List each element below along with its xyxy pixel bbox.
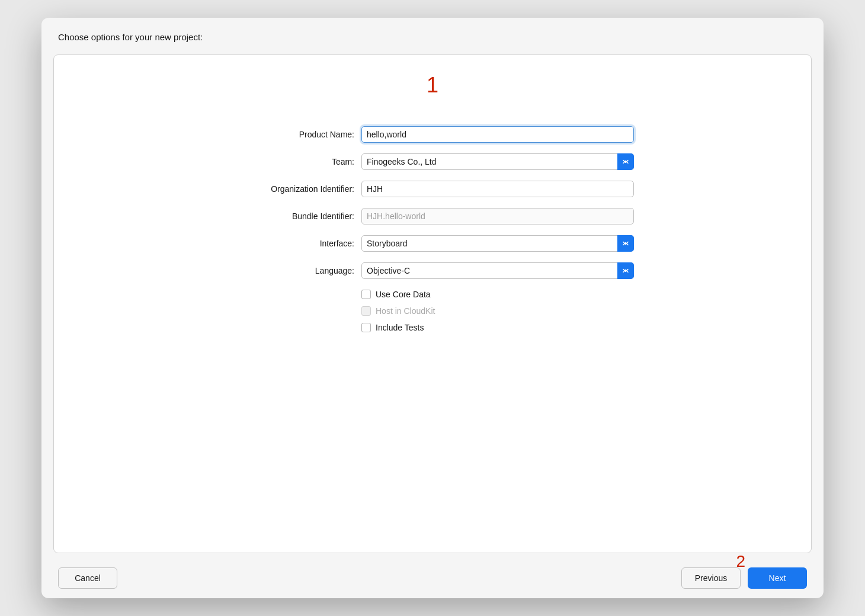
org-identifier-row: Organization Identifier: [231,181,634,197]
team-select-wrapper: Finogeeks Co., Ltd [361,153,634,170]
interface-select[interactable]: Storyboard [361,235,634,252]
dialog: Choose options for your new project: 1 P… [41,18,824,598]
product-name-input[interactable] [361,126,634,143]
interface-select-wrapper: Storyboard [361,235,634,252]
product-name-row: Product Name: [231,126,634,143]
product-name-label: Product Name: [231,130,361,139]
step-number-2: 2 [736,552,745,571]
include-tests-row: Include Tests [361,323,634,332]
team-row: Team: Finogeeks Co., Ltd [231,153,634,170]
core-data-label: Use Core Data [376,290,431,299]
language-row: Language: Objective-C [231,262,634,279]
include-tests-label: Include Tests [376,323,424,332]
org-identifier-label: Organization Identifier: [231,184,361,194]
cloudkit-row: Host in CloudKit [361,306,634,316]
cancel-button[interactable]: Cancel [58,567,117,589]
core-data-checkbox[interactable] [361,290,371,299]
include-tests-checkbox[interactable] [361,323,371,332]
cloudkit-label: Host in CloudKit [376,306,435,316]
form-area: Product Name: Team: Finogeeks Co., Ltd [231,126,634,332]
next-button[interactable]: Next [748,567,807,589]
step-number-1: 1 [427,73,438,98]
dialog-content: 1 Product Name: Team: Finogeeks Co., Ltd [53,54,812,553]
dialog-footer: 2 Cancel Previous Next [41,558,824,598]
cloudkit-checkbox [361,306,371,316]
checkboxes-area: Use Core Data Host in CloudKit Include T… [361,290,634,332]
language-select[interactable]: Objective-C [361,262,634,279]
team-label: Team: [231,157,361,166]
language-label: Language: [231,266,361,275]
interface-label: Interface: [231,239,361,248]
org-identifier-input[interactable] [361,181,634,197]
bundle-identifier-label: Bundle Identifier: [231,211,361,221]
dialog-title: Choose options for your new project: [58,32,203,42]
core-data-row: Use Core Data [361,290,634,299]
bundle-identifier-input [361,208,634,224]
interface-row: Interface: Storyboard [231,235,634,252]
previous-button[interactable]: Previous [681,567,741,589]
bundle-identifier-row: Bundle Identifier: [231,208,634,224]
dialog-header: Choose options for your new project: [41,18,824,50]
team-select[interactable]: Finogeeks Co., Ltd [361,153,634,170]
language-select-wrapper: Objective-C [361,262,634,279]
